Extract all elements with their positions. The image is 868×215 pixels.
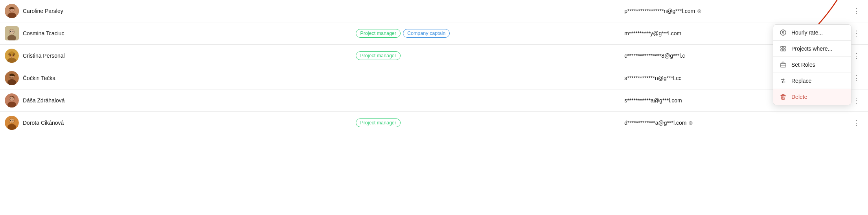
more-button[interactable]: ⋮	[850, 28, 863, 38]
svg-point-25	[8, 53, 11, 55]
actions-cell: ⋮	[845, 0, 868, 22]
dollar-icon	[780, 29, 787, 36]
roles-cell	[351, 89, 620, 112]
more-button[interactable]: ⋮	[850, 6, 863, 16]
roles-cell	[351, 67, 620, 89]
menu-label: Set Roles	[791, 62, 815, 68]
context-menu: Hourly rate...	[773, 24, 851, 105]
email-verified: d*************a@g***l.com ⊗	[624, 120, 693, 126]
menu-item-projects-where[interactable]: Projects where...	[773, 41, 851, 56]
svg-point-41	[10, 98, 11, 98]
name-cell: Čočkin Tečka	[0, 67, 351, 89]
verified-icon: ⊗	[697, 8, 702, 14]
replace-icon	[780, 77, 787, 84]
name-cell: Caroline Parsley	[0, 0, 351, 22]
briefcase-icon	[780, 61, 787, 68]
menu-label: Delete	[791, 94, 807, 100]
svg-point-48	[13, 120, 13, 121]
svg-point-29	[13, 56, 14, 57]
roles-cell: Project manager	[351, 45, 620, 67]
roles-cell	[351, 0, 620, 22]
table-row: Cristina Personal Project manager c*****…	[0, 45, 868, 67]
svg-rect-13	[781, 46, 783, 48]
menu-item-replace[interactable]: Replace	[773, 73, 851, 89]
person-name: Dorota Cikánová	[23, 120, 64, 126]
avatar	[5, 71, 19, 85]
table-row: Dáša Zdráhalová s***********a@g***l.com …	[0, 89, 868, 112]
menu-item-set-roles[interactable]: Set Roles	[773, 57, 851, 73]
name-cell: Cosmina Tcaciuc	[0, 22, 351, 45]
menu-label: Hourly rate...	[791, 29, 823, 36]
person-name: Čočkin Tečka	[23, 75, 55, 81]
menu-label: Replace	[791, 78, 811, 84]
avatar	[5, 4, 19, 18]
name-cell: Cristina Personal	[0, 45, 351, 67]
menu-item-hourly-rate[interactable]: Hourly rate...	[773, 25, 851, 40]
email-cell: p*****************n@g***l.com ⊗	[620, 0, 845, 22]
table-row: Caroline Parsley p*****************n@g**…	[0, 0, 868, 22]
roles-cell: Project manager	[351, 112, 620, 134]
email-verified: p*****************n@g***l.com ⊗	[624, 8, 702, 14]
person-name: Caroline Parsley	[23, 8, 63, 14]
grid-icon	[780, 45, 787, 52]
svg-point-9	[9, 29, 14, 34]
person-name: Cristina Personal	[23, 53, 65, 59]
svg-point-47	[10, 120, 11, 121]
menu-label: Projects where...	[791, 46, 832, 52]
svg-point-28	[9, 56, 11, 57]
email-cell: d*************a@g***l.com ⊗	[620, 112, 845, 134]
person-name: Cosmina Tcaciuc	[23, 30, 64, 36]
table-row: Čočkin Tečka s*************n@g***l.cc ⋮	[0, 67, 868, 89]
more-button[interactable]: ⋮	[850, 118, 863, 128]
actions-cell: ⋮ Hourly rate...	[845, 22, 868, 45]
avatar	[5, 116, 19, 130]
avatar	[5, 49, 19, 63]
table-row: Cosmina Tcaciuc Project manager Company …	[0, 22, 868, 45]
roles-cell: Project manager Company captain	[351, 22, 620, 45]
more-button[interactable]: ⋮	[850, 73, 863, 83]
name-cell: Dorota Cikánová	[0, 112, 351, 134]
svg-point-10	[10, 31, 11, 32]
svg-rect-14	[783, 46, 785, 48]
role-badge-project-manager: Project manager	[356, 51, 401, 60]
table-row: Dorota Cikánová Project manager d*******…	[0, 112, 868, 134]
menu-item-delete[interactable]: Delete	[773, 89, 851, 105]
svg-rect-15	[781, 49, 783, 51]
avatar	[5, 26, 19, 40]
trash-icon	[780, 93, 787, 100]
role-badge-project-manager: Project manager	[356, 29, 401, 38]
role-badge-project-manager: Project manager	[356, 118, 401, 127]
verified-icon: ⊗	[688, 120, 693, 126]
person-name: Dáša Zdráhalová	[23, 97, 65, 104]
svg-rect-16	[783, 49, 785, 51]
users-table: Caroline Parsley p*****************n@g**…	[0, 0, 868, 134]
svg-point-26	[13, 53, 15, 55]
avatar	[5, 93, 19, 108]
actions-cell: ⋮	[845, 112, 868, 134]
name-cell: Dáša Zdráhalová	[0, 89, 351, 112]
svg-rect-36	[10, 78, 14, 79]
svg-point-42	[13, 98, 13, 98]
more-button[interactable]: ⋮	[850, 51, 863, 61]
svg-point-11	[13, 31, 13, 32]
more-button[interactable]: ⋮	[850, 95, 863, 106]
role-badge-company-captain: Company captain	[403, 29, 450, 38]
